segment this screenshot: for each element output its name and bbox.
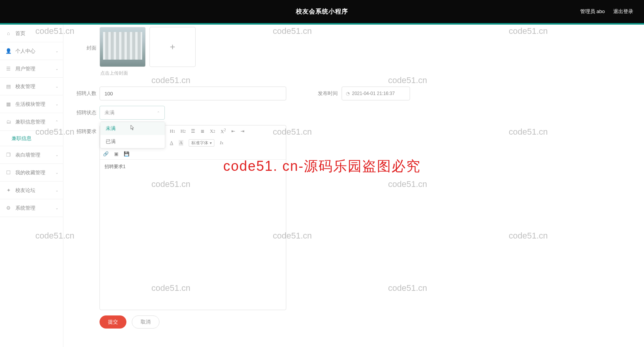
editor-body[interactable]: 招聘要求1: [100, 160, 286, 310]
admin-label[interactable]: 管理员 abo: [580, 8, 605, 15]
sidebar-item-forum[interactable]: ✦ 校友论坛 ⌄: [0, 182, 63, 199]
chevron-down-icon: ⌄: [55, 49, 58, 53]
sidebar-sub-parttime-info[interactable]: 兼职信息: [0, 131, 63, 146]
chevron-down-icon: ⌄: [55, 67, 58, 71]
count-input[interactable]: [100, 87, 286, 100]
sidebar-label: 用户管理: [15, 65, 35, 72]
list-ol-icon[interactable]: ≣: [201, 128, 204, 134]
sidebar-sub-label: 兼职信息: [12, 135, 32, 142]
grid-icon: ▦: [5, 102, 12, 107]
sidebar-item-personal[interactable]: 👤 个人中心 ⌄: [0, 42, 63, 60]
list-ul-icon[interactable]: ☰: [191, 128, 195, 134]
globe-icon: ✦: [5, 188, 12, 193]
sidebar-item-confess[interactable]: ❐ 表白墙管理 ⌄: [0, 146, 63, 164]
sidebar-home[interactable]: ⌂ 首页: [0, 25, 63, 42]
editor-content: 招聘要求1: [105, 164, 126, 169]
status-dropdown: 未满 已满: [100, 122, 165, 148]
status-selected: 未满: [105, 109, 115, 116]
clock-icon: ◔: [346, 91, 350, 96]
action-row: 提交 取消: [100, 315, 644, 329]
home-icon: ⌂: [5, 31, 12, 36]
indent-icon[interactable]: ⇥: [241, 128, 244, 134]
sidebar-label: 校友管理: [15, 83, 35, 90]
publish-group: 发布时间 ◔ 2021-04-01 21:16:37: [318, 87, 410, 100]
italic-icon[interactable]: Ix: [220, 140, 223, 146]
users-icon: ☰: [5, 66, 12, 72]
chevron-down-icon: ⌄: [55, 84, 58, 88]
superscript-icon[interactable]: X2: [221, 128, 226, 135]
sidebar-label: 兼职信息管理: [15, 118, 45, 125]
add-cover-button[interactable]: +: [149, 27, 196, 67]
copy-icon: ❐: [5, 152, 12, 158]
sidebar-item-users[interactable]: ☰ 用户管理 ⌄: [0, 60, 63, 78]
font-family-select[interactable]: 标准字体▾: [189, 139, 214, 147]
gear-icon: ⚙: [5, 205, 12, 211]
briefcase-icon: 🗂: [5, 119, 12, 125]
list-icon: ▤: [5, 84, 12, 89]
publish-datetime-input[interactable]: ◔ 2021-04-01 21:16:37: [342, 87, 410, 100]
subscript-icon[interactable]: X2: [210, 128, 215, 134]
main-content: 封面 + 点击上传封面 招聘人数 发布时间 ◔ 2021-04-01 21:16…: [63, 25, 644, 347]
header-right: 管理员 abo 退出登录: [580, 8, 633, 15]
sidebar-item-alumni[interactable]: ▤ 校友管理 ⌄: [0, 78, 63, 95]
sidebar-item-life[interactable]: ▦ 生活模块管理 ⌄: [0, 95, 63, 113]
sidebar-item-system[interactable]: ⚙ 系统管理 ⌄: [0, 199, 63, 217]
cover-thumbnail[interactable]: [100, 27, 146, 67]
sidebar: ⌂ 首页 👤 个人中心 ⌄ ☰ 用户管理 ⌄ ▤ 校友管理 ⌄ ▦ 生活模块管理…: [0, 25, 63, 347]
status-label: 招聘状态: [75, 109, 96, 116]
chevron-down-icon: ⌄: [55, 102, 58, 106]
status-option-full[interactable]: 已满: [100, 135, 165, 148]
upload-hint: 点击上传封面: [100, 70, 644, 77]
sidebar-label: 首页: [15, 30, 25, 37]
cursor-icon: [130, 125, 135, 131]
chevron-down-icon: ⌄: [55, 206, 58, 210]
cover-row: 封面 +: [75, 27, 644, 67]
chevron-down-icon: ⌄: [55, 170, 58, 175]
publish-value: 2021-04-01 21:16:37: [352, 91, 395, 96]
chevron-up-icon: ⌃: [157, 111, 160, 115]
h2-icon[interactable]: H2: [181, 128, 186, 134]
image-icon[interactable]: ▣: [114, 151, 118, 157]
chevron-down-icon: ⌄: [55, 188, 58, 192]
sidebar-label: 我的收藏管理: [15, 169, 45, 176]
app-header: 校友会系统小程序 管理员 abo 退出登录: [0, 0, 644, 23]
option-label: 未满: [106, 125, 116, 132]
cover-label: 封面: [75, 27, 96, 52]
option-label: 已满: [106, 138, 116, 145]
bg-color-icon[interactable]: A: [179, 140, 184, 146]
req-label: 招聘要求: [75, 125, 96, 135]
sidebar-item-parttime[interactable]: 🗂 兼职信息管理 ⌄: [0, 113, 63, 131]
logout-link[interactable]: 退出登录: [613, 8, 633, 15]
chevron-up-icon: ⌄: [55, 120, 58, 124]
status-row: 招聘状态 未满 ⌃ 未满 已满: [75, 106, 644, 120]
font-color-icon[interactable]: A: [170, 140, 173, 146]
sidebar-item-fav[interactable]: ☐ 我的收藏管理 ⌄: [0, 164, 63, 182]
req-row: 招聘要求 H1 H2 ☰ ≣ X2 X2 ⇤ ⇥ A A 标准字体▾ Ix 🔗: [75, 125, 644, 310]
count-row: 招聘人数 发布时间 ◔ 2021-04-01 21:16:37: [75, 87, 644, 100]
sidebar-label: 校友论坛: [15, 187, 35, 194]
rich-editor: H1 H2 ☰ ≣ X2 X2 ⇤ ⇥ A A 标准字体▾ Ix 🔗 ▣ 💾: [100, 125, 286, 310]
h1-icon[interactable]: H1: [170, 128, 175, 134]
save-icon[interactable]: 💾: [124, 151, 129, 157]
user-icon: 👤: [5, 48, 12, 54]
sidebar-label: 系统管理: [15, 205, 35, 212]
count-label: 招聘人数: [75, 90, 96, 97]
publish-label: 发布时间: [318, 90, 338, 97]
app-title: 校友会系统小程序: [296, 8, 348, 16]
status-option-notfull[interactable]: 未满: [100, 122, 165, 135]
chat-icon: ☐: [5, 170, 12, 175]
cancel-button[interactable]: 取消: [132, 315, 159, 329]
plus-icon: +: [170, 42, 175, 52]
submit-button[interactable]: 提交: [100, 315, 126, 329]
sidebar-label: 表白墙管理: [15, 152, 40, 158]
sidebar-label: 个人中心: [15, 48, 35, 55]
link-icon[interactable]: 🔗: [103, 151, 109, 157]
sidebar-label: 生活模块管理: [15, 101, 45, 108]
outdent-icon[interactable]: ⇤: [231, 128, 235, 134]
chevron-down-icon: ⌄: [55, 153, 58, 157]
status-select[interactable]: 未满 ⌃ 未满 已满: [100, 106, 165, 120]
